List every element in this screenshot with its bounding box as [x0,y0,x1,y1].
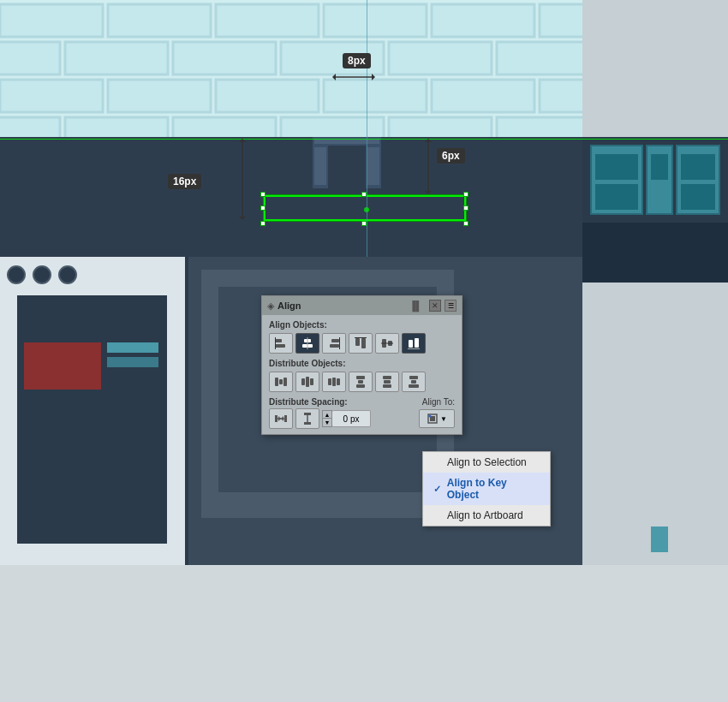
brick-pattern [0,0,582,137]
align-objects-row [269,333,455,354]
collapse-btn[interactable]: ▐▌ [409,300,422,311]
svg-marker-44 [425,191,432,194]
canvas-area: 8px 6px 16px [0,0,728,702]
svg-marker-40 [332,74,336,80]
dist-center-h-btn[interactable] [295,372,319,392]
dist-right-btn[interactable] [322,372,346,392]
bottom-left-panel [0,257,188,574]
svg-rect-29 [681,154,715,180]
circle-1 [7,265,26,284]
red-block [24,342,101,390]
align-to-label: Align To: [422,397,455,407]
spinner-down[interactable]: ▼ [322,419,332,427]
svg-rect-82 [411,380,416,384]
panel-controls: ▐▌ ✕ ☰ [409,300,456,312]
dist-center-v-btn[interactable] [375,372,399,392]
distribute-spacing-label: Distribute Spacing: [269,397,348,407]
horizontal-guide [0,139,728,140]
svg-rect-8 [173,42,276,74]
svg-rect-75 [356,376,365,379]
svg-rect-5 [540,4,582,37]
space-h-btn[interactable] [269,408,293,429]
svg-marker-41 [372,74,375,80]
space-v-btn[interactable] [295,408,319,429]
svg-marker-47 [239,217,246,220]
circle-2 [33,265,51,284]
svg-rect-21 [281,117,384,137]
svg-rect-71 [310,378,313,385]
svg-rect-79 [384,380,391,384]
svg-rect-65 [408,348,420,349]
distribute-objects-label: Distribute Objects: [269,359,455,368]
key-object-icon [427,413,439,425]
selected-object[interactable] [264,195,466,221]
corner-handle-tr[interactable] [463,192,468,197]
svg-rect-89 [304,413,311,415]
gray-strip [0,565,728,702]
spinner-container: ▲ ▼ [322,410,371,427]
dist-top-btn[interactable] [349,372,373,392]
distribute-objects-row [269,372,455,392]
svg-rect-54 [331,339,339,342]
svg-rect-59 [355,337,367,338]
corner-handle-mr[interactable] [463,205,468,211]
dist-left-btn[interactable] [269,372,293,392]
svg-rect-11 [497,42,582,74]
spinner-up[interactable]: ▲ [322,410,332,419]
corner-handle-bl[interactable] [260,221,266,226]
svg-rect-18 [0,117,60,137]
svg-rect-13 [108,80,211,112]
align-center-v-btn[interactable] [375,333,399,354]
align-top-btn[interactable] [349,333,373,354]
align-left-btn[interactable] [269,333,293,354]
svg-rect-30 [595,184,638,210]
svg-rect-49 [275,344,285,348]
svg-rect-28 [651,154,668,180]
menu-item-align-key-object[interactable]: ✓ Align to Key Object [423,473,550,505]
circle-3 [58,265,77,284]
svg-rect-17 [540,80,582,112]
svg-rect-27 [595,154,638,180]
corner-handle-tl[interactable] [260,192,266,197]
svg-rect-62 [381,343,393,344]
close-btn[interactable]: ✕ [429,300,441,312]
corner-handle-ml[interactable] [260,205,266,211]
dropdown-arrow: ▼ [440,415,447,423]
svg-rect-53 [307,337,308,349]
arrow-8px [332,70,375,84]
menu-item-align-artboard[interactable]: Align to Artboard [423,505,550,526]
svg-rect-2 [216,4,319,37]
align-to-dropdown[interactable]: ▼ [419,409,455,428]
svg-rect-76 [358,380,363,384]
align-to-container: Align To: [422,397,455,407]
menu-item-align-selection[interactable]: Align to Selection [423,452,550,473]
spacing-input[interactable] [332,410,371,427]
align-right-btn[interactable] [322,333,346,354]
svg-marker-88 [281,416,283,421]
svg-rect-70 [306,377,309,387]
teal-label-2 [107,357,158,367]
menu-btn[interactable]: ☰ [445,300,456,312]
spinner-arrows: ▲ ▼ [322,410,332,427]
svg-rect-57 [355,338,360,346]
align-to-dropdown-container: ▼ [419,409,455,428]
align-bottom-btn[interactable] [402,333,426,354]
dim-label-6px: 6px [437,148,465,164]
svg-rect-48 [275,339,282,342]
align-center-h-btn[interactable] [295,333,319,354]
panel-title-left: ◈ Align [267,300,301,312]
circle-buttons [7,265,77,284]
svg-rect-16 [432,80,534,112]
svg-rect-20 [173,117,276,137]
svg-point-94 [429,415,432,418]
corner-handle-br[interactable] [463,221,468,226]
svg-rect-31 [681,184,715,210]
svg-rect-84 [275,415,277,422]
align-objects-label: Align Objects: [269,320,455,330]
teal-label-1 [107,342,158,353]
dist-bottom-btn[interactable] [402,372,426,392]
svg-rect-22 [389,117,492,137]
svg-rect-73 [332,378,336,386]
panel-titlebar[interactable]: ◈ Align ▐▌ ✕ ☰ [262,296,462,315]
svg-rect-23 [497,117,582,137]
